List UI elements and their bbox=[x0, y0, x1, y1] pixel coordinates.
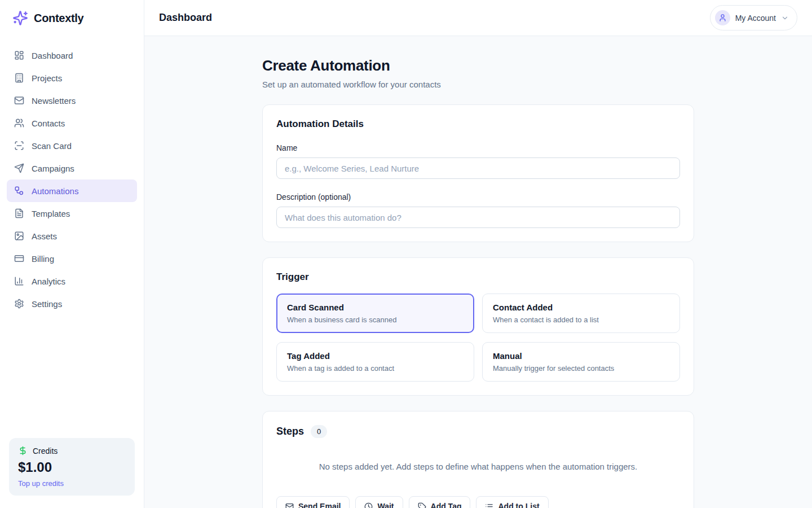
sidebar-item-label: Dashboard bbox=[32, 51, 73, 60]
trigger-option-description: Manually trigger for selected contacts bbox=[493, 364, 669, 373]
wait-button[interactable]: Wait bbox=[355, 496, 403, 508]
sidebar-item-label: Campaigns bbox=[32, 164, 74, 173]
trigger-option-manual[interactable]: Manual Manually trigger for selected con… bbox=[482, 342, 680, 382]
steps-heading: Steps bbox=[276, 426, 304, 437]
sparkles-logo-icon bbox=[12, 10, 28, 26]
top-bar: Dashboard My Account bbox=[144, 0, 812, 36]
sidebar-item-analytics[interactable]: Analytics bbox=[7, 270, 137, 292]
mail-icon bbox=[14, 95, 24, 106]
send-email-button[interactable]: Send Email bbox=[276, 496, 350, 508]
send-icon bbox=[14, 163, 24, 173]
main-content: Create Automation Set up an automated wo… bbox=[144, 36, 812, 508]
add-tag-button[interactable]: Add Tag bbox=[409, 496, 471, 508]
sidebar-item-assets[interactable]: Assets bbox=[7, 225, 137, 247]
trigger-option-title: Manual bbox=[493, 351, 669, 361]
trigger-option-title: Tag Added bbox=[287, 351, 464, 361]
clock-icon bbox=[364, 502, 373, 508]
trigger-card: Trigger Card Scanned When a business car… bbox=[262, 257, 694, 396]
bar-chart-icon bbox=[14, 276, 24, 286]
tag-icon bbox=[418, 502, 426, 508]
trigger-option-title: Card Scanned bbox=[287, 303, 464, 312]
sidebar-item-scan-card[interactable]: Scan Card bbox=[7, 134, 137, 157]
steps-empty-message: No steps added yet. Add steps to define … bbox=[276, 462, 680, 471]
trigger-option-description: When a contact is added to a list bbox=[493, 316, 669, 324]
account-menu-button[interactable]: My Account bbox=[710, 5, 797, 30]
trigger-option-contact-added[interactable]: Contact Added When a contact is added to… bbox=[482, 294, 680, 333]
step-action-buttons: Send Email Wait Add Tag Add to List bbox=[276, 496, 680, 508]
mail-icon bbox=[285, 502, 294, 508]
gear-icon bbox=[14, 299, 24, 309]
trigger-options: Card Scanned When a business card is sca… bbox=[276, 294, 680, 382]
sidebar-item-label: Assets bbox=[32, 231, 57, 241]
page-subtitle: Set up an automated workflow for your co… bbox=[262, 80, 694, 89]
sidebar-nav: Dashboard Projects Newsletters Contacts … bbox=[0, 36, 144, 323]
topbar-title: Dashboard bbox=[159, 12, 212, 24]
workflow-icon bbox=[14, 186, 24, 196]
brand-name: Contextly bbox=[34, 12, 83, 25]
sidebar-item-label: Projects bbox=[32, 73, 62, 83]
sidebar-item-automations[interactable]: Automations bbox=[7, 179, 137, 202]
credits-card: Credits $1.00 Top up credits bbox=[9, 438, 135, 496]
building-icon bbox=[14, 73, 24, 83]
trigger-option-tag-added[interactable]: Tag Added When a tag is added to a conta… bbox=[276, 342, 474, 382]
top-up-credits-link[interactable]: Top up credits bbox=[18, 479, 126, 488]
sidebar-item-label: Billing bbox=[32, 254, 54, 264]
button-label: Wait bbox=[377, 502, 394, 508]
sidebar-item-label: Analytics bbox=[32, 277, 65, 286]
automation-details-card: Automation Details Name Description (opt… bbox=[262, 104, 694, 242]
sidebar-item-contacts[interactable]: Contacts bbox=[7, 112, 137, 134]
credit-card-icon bbox=[14, 253, 24, 264]
sidebar-item-label: Settings bbox=[32, 299, 62, 309]
page-title: Create Automation bbox=[262, 57, 694, 75]
file-text-icon bbox=[14, 208, 24, 218]
sidebar-item-dashboard[interactable]: Dashboard bbox=[7, 44, 137, 67]
steps-count-badge: 0 bbox=[311, 425, 327, 438]
trigger-option-title: Contact Added bbox=[493, 303, 669, 312]
button-label: Add Tag bbox=[431, 502, 462, 508]
button-label: Send Email bbox=[298, 502, 341, 508]
trigger-option-description: When a business card is scanned bbox=[287, 316, 464, 324]
button-label: Add to List bbox=[498, 502, 539, 508]
sidebar-item-templates[interactable]: Templates bbox=[7, 202, 137, 225]
account-label: My Account bbox=[735, 14, 776, 23]
trigger-option-description: When a tag is added to a contact bbox=[287, 364, 464, 373]
sidebar-item-label: Automations bbox=[32, 186, 78, 196]
sidebar-item-label: Scan Card bbox=[32, 141, 72, 151]
sidebar-item-label: Templates bbox=[32, 209, 70, 218]
main-column: Dashboard My Account Create Automation S… bbox=[144, 0, 812, 508]
dashboard-grid-icon bbox=[14, 50, 24, 60]
sidebar-item-label: Contacts bbox=[32, 119, 65, 128]
automation-description-input[interactable] bbox=[276, 207, 680, 228]
sidebar-item-billing[interactable]: Billing bbox=[7, 247, 137, 270]
sidebar: Contextly Dashboard Projects Newsletters… bbox=[0, 0, 144, 508]
chevron-down-icon bbox=[781, 14, 789, 22]
avatar bbox=[715, 10, 730, 25]
sidebar-item-campaigns[interactable]: Campaigns bbox=[7, 157, 137, 179]
trigger-heading: Trigger bbox=[276, 271, 680, 283]
scan-icon bbox=[14, 141, 24, 151]
sidebar-item-projects[interactable]: Projects bbox=[7, 67, 137, 89]
sidebar-item-label: Newsletters bbox=[32, 96, 76, 106]
sidebar-item-settings[interactable]: Settings bbox=[7, 292, 137, 315]
credits-label: Credits bbox=[33, 446, 58, 456]
sidebar-item-newsletters[interactable]: Newsletters bbox=[7, 89, 137, 112]
steps-card: Steps 0 No steps added yet. Add steps to… bbox=[262, 411, 694, 508]
name-label: Name bbox=[276, 143, 680, 152]
credits-amount: $1.00 bbox=[18, 459, 126, 475]
brand: Contextly bbox=[0, 0, 144, 36]
add-to-list-button[interactable]: Add to List bbox=[476, 496, 548, 508]
users-icon bbox=[14, 118, 24, 128]
trigger-option-card-scanned[interactable]: Card Scanned When a business card is sca… bbox=[276, 294, 474, 333]
automation-name-input[interactable] bbox=[276, 157, 680, 179]
list-icon bbox=[485, 502, 493, 508]
image-icon bbox=[14, 231, 24, 241]
automation-details-heading: Automation Details bbox=[276, 119, 680, 130]
dollar-icon bbox=[18, 446, 28, 456]
description-label: Description (optional) bbox=[276, 192, 680, 202]
